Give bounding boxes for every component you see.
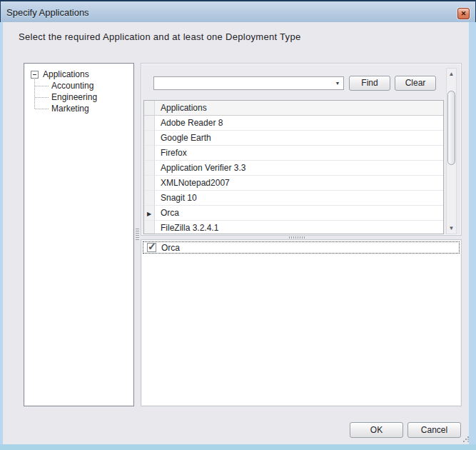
checkbox-check-icon: ✓ <box>148 241 156 252</box>
row-indicator[interactable] <box>144 131 155 146</box>
tree-collapse-icon[interactable] <box>31 71 39 79</box>
vertical-scrollbar[interactable]: ▲ ▼ <box>446 68 457 234</box>
tree-child-label[interactable]: Engineering <box>51 92 97 102</box>
tree-root-label[interactable]: Applications <box>43 69 89 79</box>
horizontal-splitter-grip-icon[interactable] <box>289 236 305 239</box>
application-row[interactable]: Application Verifier 3.3 <box>144 161 443 176</box>
application-row[interactable]: Snagit 10 <box>144 191 443 206</box>
deployment-types-panel: ✓ Orca <box>141 239 462 406</box>
applications-grid: Applications Adobe Reader 8 Google Earth… <box>143 100 444 234</box>
row-indicator[interactable] <box>144 176 155 191</box>
application-row[interactable]: XMLNotepad2007 <box>144 176 443 191</box>
grid-header-row: Applications <box>144 101 443 116</box>
vertical-splitter[interactable] <box>135 63 140 406</box>
application-row[interactable]: FileZilla 3.2.4.1 <box>144 221 443 234</box>
search-input[interactable] <box>154 77 332 89</box>
application-search-panel: ▼ Find Clear Applications Adobe Reader 8… <box>141 63 462 236</box>
title-bar[interactable]: Specify Applications ✕ <box>0 0 476 22</box>
application-row[interactable]: Adobe Reader 8 <box>144 116 443 131</box>
window-border-bottom <box>0 444 476 450</box>
application-name[interactable]: Application Verifier 3.3 <box>155 161 443 176</box>
clear-button[interactable]: Clear <box>395 76 436 91</box>
tree-child-label[interactable]: Accounting <box>51 81 93 91</box>
deployment-item-label[interactable]: Orca <box>161 243 180 253</box>
application-row[interactable]: Google Earth <box>144 131 443 146</box>
application-name[interactable]: Adobe Reader 8 <box>155 116 443 131</box>
window-title: Specify Applications <box>6 7 89 18</box>
tree-child-item[interactable]: Engineering <box>24 91 133 103</box>
row-indicator[interactable]: ▶ <box>144 206 155 221</box>
application-name[interactable]: XMLNotepad2007 <box>155 176 443 191</box>
grid-body: Adobe Reader 8 Google Earth Firefox Appl… <box>144 116 443 234</box>
applications-tree: Applications Accounting Engineering Mark… <box>24 64 133 114</box>
search-combobox[interactable]: ▼ <box>153 76 344 90</box>
find-button[interactable]: Find <box>349 76 390 91</box>
application-name[interactable]: FileZilla 3.2.4.1 <box>155 221 443 234</box>
deployment-checkbox[interactable]: ✓ <box>147 243 156 252</box>
application-name[interactable]: Google Earth <box>155 131 443 146</box>
application-row[interactable]: ▶ Orca <box>144 206 443 221</box>
scrollbar-thumb[interactable] <box>447 91 455 165</box>
tree-child-label[interactable]: Marketing <box>51 104 89 114</box>
grid-indicator-header <box>144 101 155 116</box>
deployment-type-item[interactable]: ✓ Orca <box>143 241 460 254</box>
dropdown-arrow-icon[interactable]: ▼ <box>332 77 343 89</box>
row-indicator[interactable] <box>144 191 155 206</box>
vertical-splitter-grip-icon[interactable] <box>136 229 139 241</box>
tree-children: Accounting Engineering Marketing <box>24 80 133 114</box>
application-row[interactable]: Firefox <box>144 146 443 161</box>
applications-tree-panel: Applications Accounting Engineering Mark… <box>24 63 134 406</box>
resize-grip-icon[interactable] <box>463 436 470 442</box>
current-row-icon: ▶ <box>147 211 151 217</box>
grid-column-header[interactable]: Applications <box>155 101 443 116</box>
application-name[interactable]: Firefox <box>155 146 443 161</box>
dialog-window: Specify Applications ✕ Select the requir… <box>0 0 476 450</box>
tree-child-item[interactable]: Marketing <box>24 103 133 114</box>
application-name[interactable]: Orca <box>155 206 443 221</box>
row-indicator[interactable] <box>144 146 155 161</box>
ok-button[interactable]: OK <box>350 422 403 438</box>
tree-child-item[interactable]: Accounting <box>24 80 133 91</box>
cancel-button[interactable]: Cancel <box>407 422 461 438</box>
scroll-up-icon[interactable]: ▲ <box>447 71 456 77</box>
tree-node-applications[interactable]: Applications <box>24 69 133 80</box>
instruction-text: Select the required Application and at l… <box>19 31 300 42</box>
application-name[interactable]: Snagit 10 <box>155 191 443 206</box>
window-border-left <box>0 22 3 450</box>
window-border-right <box>469 22 476 450</box>
row-indicator[interactable] <box>144 221 155 234</box>
row-indicator[interactable] <box>144 116 155 131</box>
close-icon[interactable]: ✕ <box>457 8 470 19</box>
row-indicator[interactable] <box>144 161 155 176</box>
scroll-down-icon[interactable]: ▼ <box>447 225 456 231</box>
